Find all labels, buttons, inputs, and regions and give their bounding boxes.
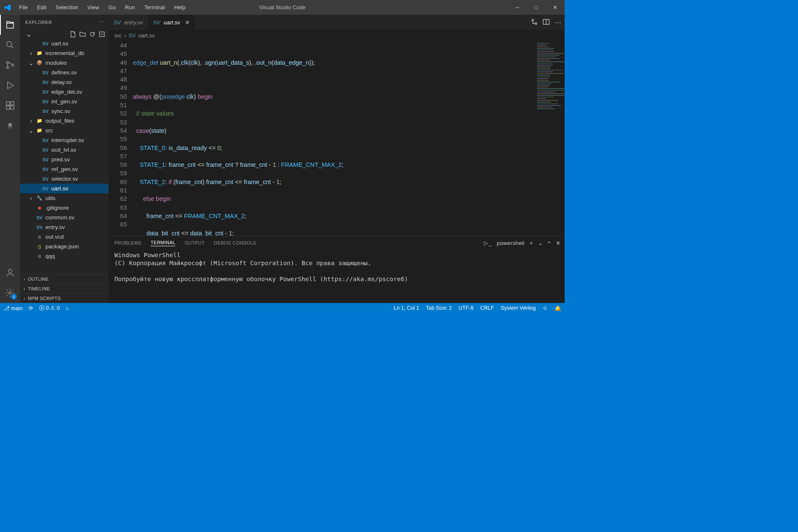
tree-item-delay-sv[interactable]: SVdelay.sv (20, 77, 108, 87)
accounts-icon[interactable] (0, 263, 20, 283)
tree-item-out-vcd[interactable]: 🗎out.vcd (20, 232, 108, 242)
tree-item-uart-sv[interactable]: SVuart.sv (20, 184, 108, 193)
terminal-output[interactable]: Windows PowerShell (C) Корпорация Майкро… (108, 250, 565, 303)
menu-selection[interactable]: Selection (51, 2, 82, 13)
compare-changes-icon[interactable] (531, 18, 538, 26)
tree-item--gitignore[interactable]: ◆.gitignore (20, 203, 108, 213)
refresh-icon[interactable] (89, 31, 95, 37)
chevron-down-icon[interactable]: ⌄ (26, 30, 32, 38)
status-cursor-position[interactable]: Ln 1, Col 1 (394, 305, 419, 311)
svg-point-3 (12, 64, 14, 66)
tree-item-qqq[interactable]: 🗎qqq (20, 251, 108, 261)
status-language[interactable]: System Verilog (501, 305, 536, 311)
split-editor-icon[interactable] (543, 18, 550, 26)
timeline-section[interactable]: ›TIMELINE (20, 284, 108, 293)
new-folder-icon[interactable] (79, 31, 86, 37)
panel-tab-problems[interactable]: PROBLEMS (114, 240, 141, 245)
tree-item-sync-sv[interactable]: SVsync.sv (20, 106, 108, 116)
editor-more-icon[interactable]: ⋯ (555, 18, 561, 26)
status-encoding[interactable]: UTF-8 (459, 305, 473, 311)
terminal-shell-label[interactable]: powershell (497, 240, 525, 246)
menu-terminal[interactable]: Terminal (140, 2, 169, 13)
sidebar-explorer: EXPLORER ⋯ ⌄ SVuart.sv›📁incremental_db⌄📦… (20, 15, 108, 303)
tree-item-pred-sv[interactable]: SVpred.sv (20, 155, 108, 164)
status-tab-size[interactable]: Tab Size: 2 (426, 305, 452, 311)
panel-tab-terminal[interactable]: TERMINAL (151, 240, 175, 246)
sv-file-icon: SV (114, 19, 121, 26)
tree-item-interrupter-sv[interactable]: SVinterrupter.sv (20, 135, 108, 145)
settings-icon[interactable]: 1 (0, 283, 20, 303)
new-file-icon[interactable] (70, 31, 76, 37)
menu-help[interactable]: Help (170, 2, 190, 13)
panel-tab-output[interactable]: OUTPUT (185, 240, 205, 245)
menu-go[interactable]: Go (104, 2, 120, 13)
status-notifications-icon[interactable]: 🔔 (555, 305, 561, 311)
source-control-icon[interactable] (0, 55, 20, 75)
tree-item-edge_det-sv[interactable]: SVedge_det.sv (20, 87, 108, 97)
close-button[interactable]: ✕ (546, 0, 565, 15)
status-problems[interactable]: ⓧ 0 ⚠ 0 (39, 305, 60, 312)
file-tree: SVuart.sv›📁incremental_db⌄📦modulesSVdefi… (20, 39, 108, 274)
platformio-icon[interactable] (0, 116, 20, 136)
svg-point-9 (8, 269, 12, 273)
tree-item-int_gen-sv[interactable]: SVint_gen.sv (20, 97, 108, 106)
tree-item-modules[interactable]: ⌄📦modules (20, 58, 108, 68)
maximize-button[interactable]: □ (527, 0, 546, 15)
terminal-dropdown-icon[interactable]: ⌄ (538, 240, 543, 246)
menu-edit[interactable]: Edit (33, 2, 50, 13)
svg-point-1 (7, 62, 9, 64)
tree-item-package-json[interactable]: {}package.json (20, 242, 108, 251)
search-icon[interactable] (0, 35, 20, 55)
run-debug-icon[interactable] (0, 75, 20, 95)
tree-item-output_files[interactable]: ›📁output_files (20, 116, 108, 126)
sv-file-icon: SV (153, 19, 160, 26)
menu-file[interactable]: File (15, 2, 32, 13)
npm-scripts-section[interactable]: ›NPM SCRIPTS (20, 293, 108, 303)
sidebar-more-icon[interactable]: ⋯ (99, 19, 104, 25)
menu-view[interactable]: View (83, 2, 103, 13)
tree-item-selector-sv[interactable]: SVselector.sv (20, 174, 108, 184)
editor-tabs: SVentry.sv SVuart.sv✕ ⋯ (108, 15, 565, 30)
close-panel-icon[interactable]: ✕ (556, 240, 560, 246)
status-branch[interactable]: ⎇ main (3, 305, 23, 311)
svg-rect-6 (6, 106, 10, 109)
minimap[interactable] (535, 41, 565, 236)
svg-rect-5 (11, 102, 14, 105)
tree-item-src[interactable]: ⌄📁src (20, 126, 108, 135)
window-controls: ─ □ ✕ (508, 0, 565, 15)
extensions-icon[interactable] (0, 95, 20, 116)
svg-point-0 (7, 42, 12, 47)
status-feedback-icon[interactable]: ☺ (542, 305, 548, 311)
svg-rect-7 (11, 106, 14, 109)
status-eol[interactable]: CRLF (480, 305, 494, 311)
new-terminal-icon[interactable]: + (530, 240, 533, 246)
status-home-icon[interactable]: ⌂ (66, 305, 69, 311)
panel-tab-debug-console[interactable]: DEBUG CONSOLE (214, 240, 256, 245)
tree-item-uart-sv[interactable]: SVuart.sv (20, 39, 108, 48)
tab-entry-sv[interactable]: SVentry.sv (108, 15, 148, 30)
collapse-icon[interactable] (99, 31, 105, 37)
breadcrumb[interactable]: src›SVuart.sv (108, 30, 565, 41)
tree-item-ocd_lvl-sv[interactable]: SVocd_lvl.sv (20, 145, 108, 155)
minimize-button[interactable]: ─ (508, 0, 527, 15)
status-sync-icon[interactable]: ⟳ (29, 305, 33, 311)
code-editor[interactable]: 4445464748495051525354555657585960616263… (108, 41, 565, 236)
tree-item-ref_gen-sv[interactable]: SVref_gen.sv (20, 164, 108, 174)
tab-uart-sv[interactable]: SVuart.sv✕ (148, 15, 195, 30)
svg-point-10 (9, 292, 11, 294)
terminal-panel: PROBLEMS TERMINAL OUTPUT DEBUG CONSOLE ▷… (108, 236, 565, 303)
svg-point-13 (535, 23, 537, 24)
tab-close-icon[interactable]: ✕ (183, 19, 190, 26)
menu-run[interactable]: Run (121, 2, 139, 13)
tree-item-entry-sv[interactable]: SVentry.sv (20, 222, 108, 232)
maximize-panel-icon[interactable]: ^ (548, 240, 551, 246)
tree-item-utils[interactable]: ›🔧utils (20, 193, 108, 203)
outline-section[interactable]: ›OUTLINE (20, 274, 108, 284)
tree-item-common-sv[interactable]: SVcommon.sv (20, 213, 108, 222)
window-title: Visual Studio Code (259, 4, 305, 11)
explorer-icon[interactable] (0, 15, 20, 35)
terminal-shell-icon[interactable]: ▷_ (484, 240, 491, 246)
tree-item-incremental_db[interactable]: ›📁incremental_db (20, 48, 108, 58)
svg-point-8 (8, 123, 12, 127)
tree-item-defines-sv[interactable]: SVdefines.sv (20, 68, 108, 77)
